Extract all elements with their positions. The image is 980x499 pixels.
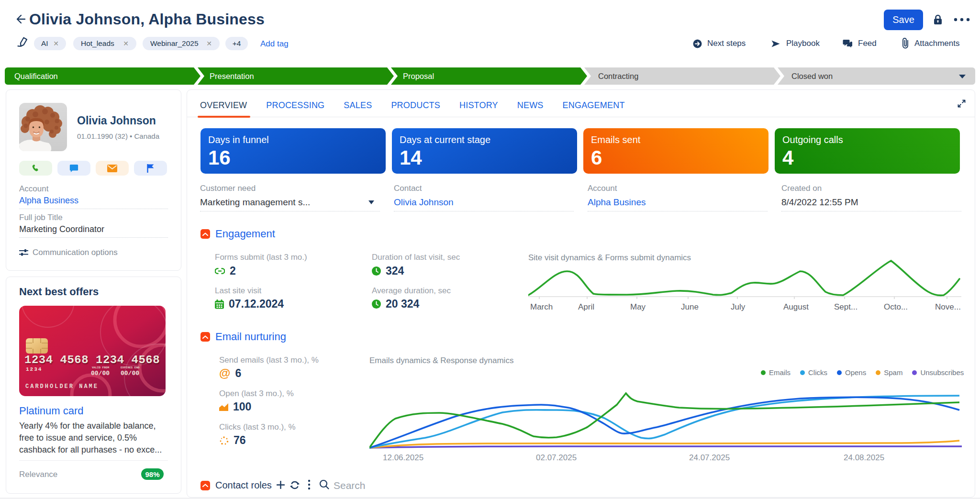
svg-text:Contracting: Contracting — [598, 72, 638, 80]
svg-text:00/00: 00/00 — [91, 370, 110, 377]
svg-text:1234: 1234 — [26, 366, 42, 372]
svg-text:Qualification: Qualification — [14, 72, 58, 80]
svg-text:CARDHOLDER NAME: CARDHOLDER NAME — [25, 383, 99, 390]
svg-text:1234 4568 1234 4568: 1234 4568 1234 4568 — [24, 354, 160, 366]
svg-text:Proposal: Proposal — [403, 72, 434, 80]
svg-text:Closed won: Closed won — [791, 72, 833, 80]
svg-text:VALID FROM: VALID FROM — [92, 366, 109, 369]
svg-text:EXPIRES END: EXPIRES END — [121, 366, 140, 369]
svg-text:00/00: 00/00 — [121, 370, 139, 377]
svg-text:Presentation: Presentation — [210, 72, 254, 80]
